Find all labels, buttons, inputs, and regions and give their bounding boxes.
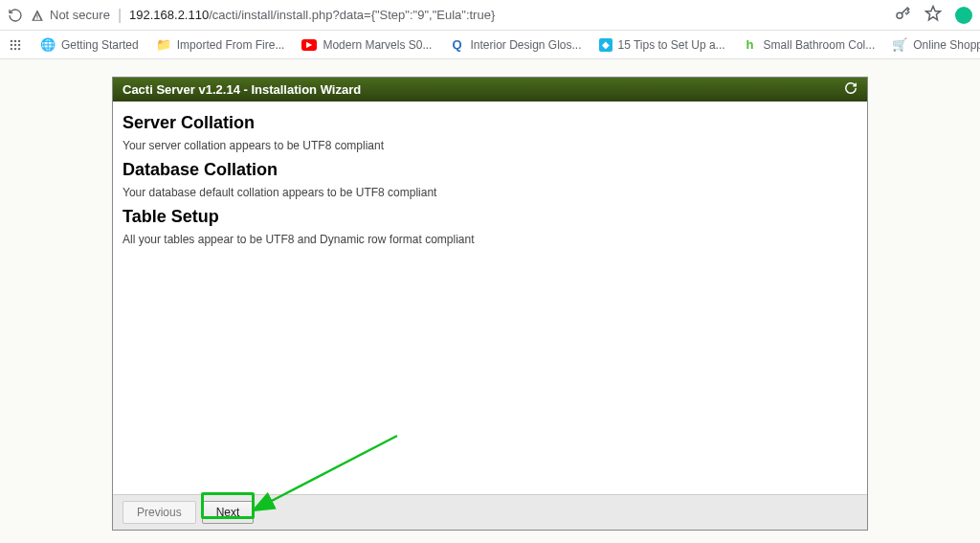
key-icon[interactable] (894, 5, 911, 26)
apps-icon (8, 37, 23, 53)
wizard-header: Cacti Server v1.2.14 - Installation Wiza… (113, 78, 867, 102)
not-secure-label: Not secure (50, 8, 110, 22)
site-icon: ◆ (599, 38, 612, 52)
warning-icon (31, 9, 44, 22)
bookmark-15-tips[interactable]: ◆ 15 Tips to Set Up a... (599, 38, 725, 52)
bookmark-label: Imported From Fire... (177, 38, 285, 52)
cart-icon: 🛒 (892, 37, 907, 53)
browser-url-bar: Not secure | 192.168.2.110/cacti/install… (0, 0, 980, 31)
bookmark-label: 15 Tips to Set Up a... (618, 38, 725, 52)
url-domain: 192.168.2.110 (129, 8, 209, 22)
section-text-database-collation: Your database default collation appears … (122, 186, 858, 199)
bookmark-label: Getting Started (61, 38, 139, 52)
previous-button[interactable]: Previous (122, 501, 196, 524)
svg-point-1 (11, 39, 12, 41)
svg-point-9 (18, 47, 20, 49)
url-path: /cacti/install/install.php?data={"Step":… (209, 8, 495, 22)
bookmark-small-bathroom[interactable]: h Small Bathroom Col... (743, 37, 876, 53)
houzz-icon: h (743, 37, 758, 53)
section-heading-server-collation: Server Collation (122, 113, 858, 133)
bookmark-online-shopping[interactable]: 🛒 Online Shopping fo... (892, 37, 980, 53)
url-text[interactable]: 192.168.2.110/cacti/install/install.php?… (129, 8, 886, 22)
globe-icon: 🌐 (40, 37, 56, 53)
folder-icon: 📁 (156, 37, 171, 53)
svg-point-3 (18, 39, 20, 41)
star-icon[interactable] (924, 5, 942, 26)
wizard-body: Server Collation Your server collation a… (113, 102, 867, 494)
bookmark-getting-started[interactable]: 🌐 Getting Started (40, 37, 139, 53)
site-icon: Q (449, 37, 464, 53)
refresh-icon[interactable] (844, 81, 858, 98)
bookmark-modern-marvels[interactable]: ▶ Modern Marvels S0... (301, 38, 432, 52)
installation-wizard: Cacti Server v1.2.14 - Installation Wiza… (112, 77, 868, 531)
svg-point-2 (14, 39, 16, 41)
svg-point-5 (14, 43, 16, 45)
security-badge[interactable]: Not secure (31, 8, 110, 22)
extension-icon[interactable] (955, 7, 972, 24)
svg-point-7 (11, 47, 12, 49)
section-text-server-collation: Your server collation appears to be UTF8… (122, 139, 858, 152)
svg-point-8 (14, 47, 16, 49)
youtube-icon: ▶ (301, 39, 317, 51)
bookmark-imported-firefox[interactable]: 📁 Imported From Fire... (156, 37, 285, 53)
next-button[interactable]: Next (202, 501, 255, 524)
svg-point-6 (18, 43, 20, 45)
section-heading-table-setup: Table Setup (122, 207, 858, 227)
section-heading-database-collation: Database Collation (122, 160, 858, 180)
section-text-table-setup: All your tables appear to be UTF8 and Dy… (122, 233, 858, 246)
bookmark-interior-design[interactable]: Q Interior Design Glos... (449, 37, 581, 53)
apps-button[interactable] (8, 37, 23, 53)
bookmark-label: Online Shopping fo... (913, 38, 980, 52)
bookmark-label: Small Bathroom Col... (764, 38, 876, 52)
reload-icon[interactable] (8, 8, 23, 23)
wizard-title: Cacti Server v1.2.14 - Installation Wiza… (122, 82, 361, 97)
bookmark-label: Modern Marvels S0... (323, 38, 432, 52)
bookmarks-bar: 🌐 Getting Started 📁 Imported From Fire..… (0, 31, 980, 59)
svg-point-4 (11, 43, 12, 45)
bookmark-label: Interior Design Glos... (470, 38, 581, 52)
wizard-footer: Previous Next (113, 494, 867, 530)
